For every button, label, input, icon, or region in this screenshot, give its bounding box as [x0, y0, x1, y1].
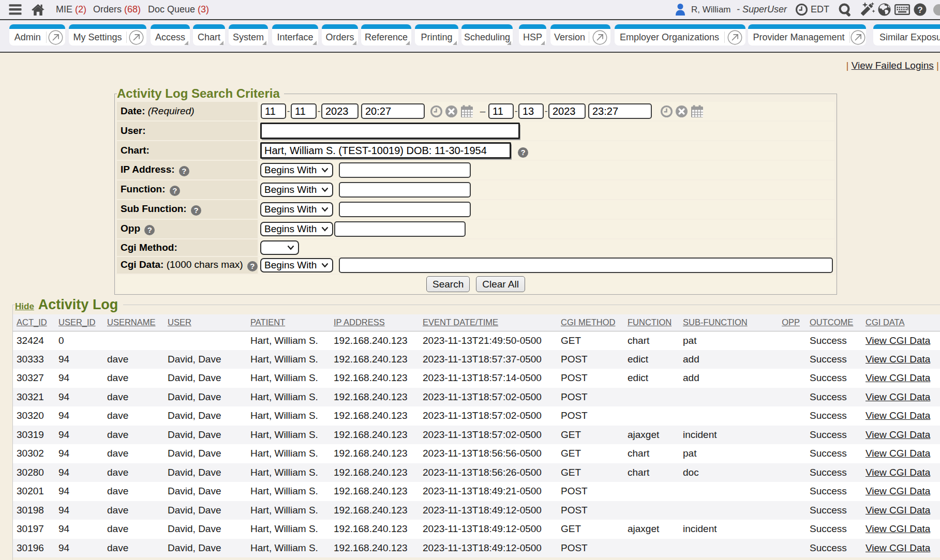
- svg-text:?: ?: [917, 5, 922, 15]
